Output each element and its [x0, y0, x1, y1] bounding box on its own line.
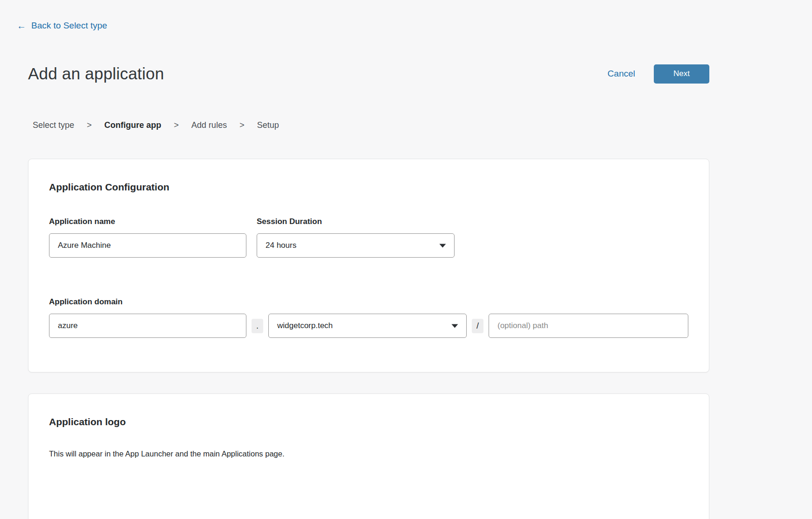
breadcrumb-separator: > [87, 120, 92, 130]
domain-select-value: widgetcorp.tech [277, 321, 333, 330]
cancel-button[interactable]: Cancel [608, 69, 635, 79]
dot-separator: . [252, 319, 263, 333]
breadcrumb-separator: > [174, 120, 179, 130]
application-name-input[interactable] [49, 233, 246, 258]
header-actions: Cancel Next [608, 64, 709, 84]
page-header: Add an application Cancel Next [28, 63, 709, 85]
breadcrumb-step-add-rules: Add rules [191, 120, 227, 130]
application-domain-row: . widgetcorp.tech / [49, 314, 688, 338]
session-duration-select[interactable]: 24 hours [257, 233, 455, 258]
chevron-down-icon [439, 244, 446, 248]
application-domain-label: Application domain [49, 297, 688, 307]
application-name-field-group: Application name [49, 217, 246, 258]
breadcrumb-separator: > [239, 120, 245, 130]
subdomain-input[interactable] [49, 314, 246, 338]
breadcrumb-step-setup: Setup [257, 120, 279, 130]
breadcrumb-step-configure-app: Configure app [105, 120, 161, 130]
application-logo-title: Application logo [49, 416, 688, 428]
application-configuration-title: Application Configuration [49, 182, 688, 193]
application-name-label: Application name [49, 217, 246, 226]
application-logo-description: This will appear in the App Launcher and… [49, 449, 688, 458]
add-application-page: ← Back to Select type Add an application… [0, 0, 812, 519]
breadcrumb-step-select-type[interactable]: Select type [33, 120, 74, 130]
domain-select[interactable]: widgetcorp.tech [268, 314, 467, 338]
page-title: Add an application [28, 64, 164, 83]
application-logo-card: Application logo This will appear in the… [28, 393, 709, 519]
back-to-select-type-link[interactable]: ← Back to Select type [17, 21, 107, 31]
path-input[interactable] [489, 314, 688, 338]
breadcrumb: Select type > Configure app > Add rules … [33, 120, 279, 130]
back-link-label: Back to Select type [31, 21, 107, 31]
session-duration-value: 24 hours [266, 241, 296, 250]
name-session-row: Application name Session Duration 24 hou… [49, 217, 688, 258]
next-button[interactable]: Next [654, 64, 709, 84]
session-duration-label: Session Duration [257, 217, 455, 226]
session-duration-field-group: Session Duration 24 hours [257, 217, 455, 258]
slash-separator: / [472, 319, 483, 333]
application-configuration-card: Application Configuration Application na… [28, 159, 709, 372]
chevron-down-icon [451, 324, 458, 328]
back-arrow-icon: ← [17, 21, 26, 30]
application-domain-field-group: Application domain . widgetcorp.tech / [49, 297, 688, 338]
